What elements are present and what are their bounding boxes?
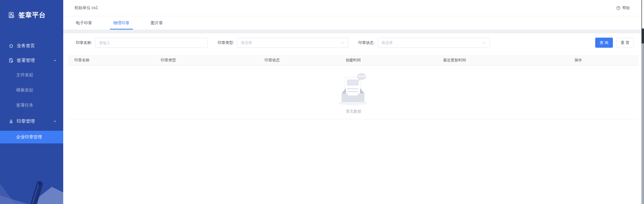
column-seal-type: 印章类型 [161,58,265,63]
tab-image-seal[interactable]: 图片章 [149,20,165,30]
sidebar-item-label: 签署管理 [17,57,53,63]
seal-type-placeholder: 请选择 [241,40,252,45]
divider-band [63,30,644,33]
empty-state: 暂无数据 [68,66,639,119]
search-button[interactable]: 查 询 [595,38,613,48]
table-header-row: 印章名称 印章类型 印章状态 创建时间 最近更新时间 操作 [68,55,639,66]
signature-doc-icon [9,58,14,63]
sidebar-item-seal-management[interactable]: 印章管理 [0,116,63,126]
seal-table: 印章名称 印章类型 印章状态 创建时间 最近更新时间 操作 [68,55,639,119]
top-header: 初始单位 cs1 帮助 [63,0,644,16]
chevron-up-icon [53,59,57,62]
sidebar-item-file-initiate[interactable]: 文件发起 [0,70,63,80]
stamp-icon [9,119,14,124]
id-badge-icon [8,12,15,18]
seal-name-input[interactable] [95,38,208,48]
help-label: 帮助 [622,6,630,10]
column-updated-time: 最近更新时间 [443,58,574,63]
sidebar-decorative-image [0,146,63,204]
speech-bubble [357,73,366,82]
seal-type-label: 印章类型: [218,40,234,45]
home-icon [9,43,14,48]
seal-status-label: 印章状态: [358,40,374,45]
scrollbar-thumb[interactable] [641,29,644,43]
vertical-scrollbar[interactable] [641,0,644,204]
content-panel: 印章名称: 印章类型: 请选择 印章状态: 请选择 [63,33,644,204]
tab-physical-seal[interactable]: 物理印章 [111,20,131,30]
tab-electronic-seal[interactable]: 电子印章 [74,20,94,30]
app-logo: 签章平台 [0,0,63,19]
chevron-down-icon [341,41,344,45]
app-title: 签章平台 [18,11,46,19]
sidebar-item-label: 业务首页 [17,43,57,49]
sidebar-item-sign-tasks[interactable]: 签署任务 [0,100,63,110]
scrollbar-top-cover [641,0,644,29]
filter-form: 印章名称: 印章类型: 请选择 印章状态: 请选择 [63,33,644,48]
tab-bar: 电子印章 物理印章 图片章 [63,16,644,30]
column-actions: 操作 [574,58,639,63]
main-area: 初始单位 cs1 帮助 电子印章 物理印章 图片章 印章名称: [63,0,644,204]
reset-button[interactable]: 重 置 [616,38,634,48]
filter-seal-name: 印章名称: [76,38,208,48]
help-button[interactable]: 帮助 [616,6,630,10]
column-seal-name: 印章名称 [68,58,161,63]
seal-type-select[interactable]: 请选择 [237,38,348,48]
sidebar-item-sign-management[interactable]: 签署管理 [0,55,63,65]
sidebar: 签章平台 业务首页 签署管理 文件发起 模板发起 签署任务 [0,0,63,204]
seal-status-placeholder: 请选择 [382,40,393,45]
sidebar-item-template-initiate[interactable]: 模板发起 [0,85,63,95]
sidebar-item-enterprise-seal-management[interactable]: 企业印章管理 [0,131,63,143]
sidebar-item-business-home[interactable]: 业务首页 [0,41,63,51]
filter-seal-type: 印章类型: 请选择 [218,38,348,48]
filter-actions: 查 询 重 置 [595,38,634,48]
filter-seal-status: 印章状态: 请选择 [358,38,490,48]
seal-status-select[interactable]: 请选择 [378,38,490,48]
question-circle-icon [616,6,620,10]
chevron-up-icon [53,119,57,123]
page: 签章平台 业务首页 签署管理 文件发起 模板发起 签署任务 [0,0,644,204]
seal-name-label: 印章名称: [76,40,92,45]
sidebar-item-label: 印章管理 [17,118,53,124]
sidebar-nav: 业务首页 签署管理 文件发起 模板发起 签署任务 印章管理 [0,41,63,143]
empty-box-illustration [338,72,369,108]
chevron-down-icon [482,41,486,45]
empty-text: 暂无数据 [346,109,361,114]
column-created-time: 创建时间 [346,58,443,63]
column-seal-status: 印章状态 [264,58,345,63]
org-title: 初始单位 cs1 [74,5,98,11]
